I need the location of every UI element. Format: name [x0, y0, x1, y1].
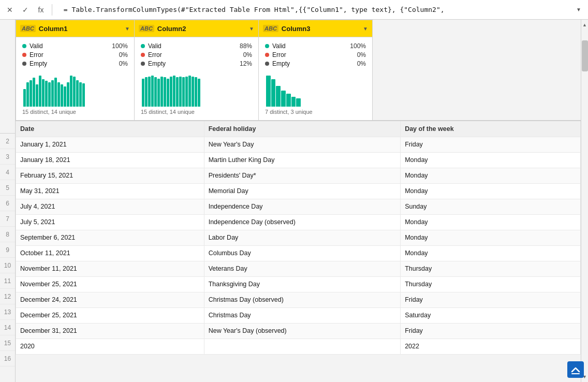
bar: [188, 76, 191, 107]
fx-button[interactable]: fx: [34, 3, 48, 17]
commit-button[interactable]: ✓: [19, 3, 32, 17]
col3-header-name: Column3: [282, 25, 360, 33]
col1-header-name: Column1: [39, 25, 122, 33]
scrollbar: ▲ ▼: [581, 20, 588, 382]
table-row[interactable]: December 24, 2021Christmas Day (observed…: [16, 292, 581, 307]
cell-row14-col2: Christmas Day: [204, 307, 400, 323]
col1-type-icon: ABC: [20, 25, 36, 32]
col1-dropdown-icon[interactable]: ▼: [125, 26, 130, 32]
col2-valid-stat: Valid 88%: [141, 42, 252, 50]
bar: [42, 79, 45, 107]
bar: [176, 77, 179, 107]
expand-formula-button[interactable]: ▼: [572, 4, 585, 16]
col2-error-dot: [141, 53, 145, 57]
cell-row6-col1: May 31, 2021: [16, 183, 204, 199]
col3-footer: 7 distinct, 3 unique: [265, 109, 366, 115]
col3-valid-pct: 100%: [347, 42, 366, 50]
cell-row12-col2: Thanksgiving Day: [204, 276, 400, 292]
table-row[interactable]: November 25, 2021Thanksgiving DayThursda…: [16, 276, 581, 292]
table-row[interactable]: May 31, 2021Memorial DayMonday: [16, 183, 581, 199]
scroll-track: [581, 30, 589, 372]
cell-row6-col3: Monday: [401, 183, 581, 199]
cell-row10-col2: Columbus Day: [204, 245, 400, 261]
bar: [51, 80, 54, 107]
cell-row2-col1: Date: [16, 121, 204, 137]
col1-empty-label: Empty: [30, 60, 106, 67]
bar: [36, 84, 38, 107]
table-row[interactable]: September 6, 2021Labor DayMonday: [16, 230, 581, 245]
bar: [198, 79, 200, 107]
bar: [160, 77, 163, 107]
row-num-12: 12: [0, 289, 15, 304]
cell-row16-col1: 2020: [16, 339, 204, 354]
col3-dropdown-icon[interactable]: ▼: [363, 26, 368, 32]
column-header-1[interactable]: ABC Column1 ▼: [16, 20, 135, 37]
bar: [33, 78, 35, 107]
col3-error-pct: 0%: [347, 51, 366, 58]
col3-mini-chart: [265, 71, 366, 107]
bar: [57, 82, 60, 107]
table-row[interactable]: July 5, 2021Independence Day (observed)M…: [16, 214, 581, 230]
cell-row16-col3: 2022: [401, 339, 581, 354]
col2-type-icon: ABC: [139, 25, 154, 32]
bar: [167, 79, 169, 107]
table-row[interactable]: February 15, 2021Presidents' Day*Monday: [16, 168, 581, 183]
cancel-button[interactable]: ✕: [3, 3, 17, 17]
bar: [195, 77, 197, 107]
bar: [73, 77, 76, 107]
row-num-8: 8: [0, 227, 15, 242]
bar: [30, 80, 32, 107]
bar: [296, 98, 301, 107]
col1-empty-stat: Empty 0%: [22, 60, 128, 67]
column-header-2[interactable]: ABC Column2 ▼: [135, 20, 259, 37]
bar: [142, 79, 144, 107]
col3-error-dot: [265, 53, 269, 57]
bar: [26, 82, 29, 107]
bar: [39, 76, 41, 107]
chevron-up-icon: ▲: [582, 22, 587, 27]
table-row[interactable]: December 31, 2021New Year's Day (observe…: [16, 323, 581, 339]
cell-row2-col2: Federal holiday: [204, 121, 400, 137]
col3-empty-pct: 0%: [347, 60, 366, 67]
cell-row11-col3: Thursday: [401, 261, 581, 276]
cell-row15-col3: Friday: [401, 323, 581, 339]
col2-dropdown-icon[interactable]: ▼: [249, 26, 254, 32]
cell-row4-col2: Martin Luther King Day: [204, 152, 400, 168]
table-row[interactable]: 20202022: [16, 339, 581, 354]
cell-row9-col1: September 6, 2021: [16, 230, 204, 245]
scroll-up-button[interactable]: ▲: [581, 20, 589, 30]
col3-valid-stat: Valid 100%: [265, 42, 366, 50]
scroll-thumb[interactable]: [582, 40, 588, 71]
table-row[interactable]: January 1, 2021New Year's DayFriday: [16, 137, 581, 152]
bar: [145, 77, 148, 107]
cell-row15-col1: December 31, 2021: [16, 323, 204, 339]
row-num-3: 3: [0, 149, 15, 165]
table-row[interactable]: October 11, 2021Columbus DayMonday: [16, 245, 581, 261]
bar: [179, 77, 182, 107]
column-header-3[interactable]: ABC Column3 ▼: [259, 20, 373, 37]
col3-error-stat: Error 0%: [265, 51, 366, 58]
table-row[interactable]: July 4, 2021Independence DaySunday: [16, 199, 581, 214]
table-row[interactable]: January 18, 2021Martin Luther King DayMo…: [16, 152, 581, 168]
cell-row4-col1: January 18, 2021: [16, 152, 204, 168]
fx-icon: fx: [38, 6, 44, 14]
row-num-14: 14: [0, 320, 15, 335]
bar: [79, 82, 82, 107]
table-row[interactable]: December 25, 2021Christmas DaySaturday: [16, 307, 581, 323]
col1-valid-dot: [22, 44, 26, 48]
formula-input[interactable]: [56, 6, 570, 13]
cell-row12-col1: November 25, 2021: [16, 276, 204, 292]
cell-row7-col3: Sunday: [401, 199, 581, 214]
bar: [67, 82, 69, 107]
table-row[interactable]: November 11, 2021Veterans DayThursday: [16, 261, 581, 276]
col2-mini-chart: [141, 71, 252, 107]
table-row[interactable]: DateFederal holidayDay of the week: [16, 121, 581, 137]
bar: [70, 76, 72, 107]
main-area: 2 3 4 5 6 7 8 9 10 11 12 13 14 15 16 ABC…: [0, 20, 588, 382]
cell-row3-col1: January 1, 2021: [16, 137, 204, 152]
bar: [173, 76, 175, 107]
col3-type-icon: ABC: [263, 25, 278, 32]
row-num-7: 7: [0, 211, 15, 227]
row-num-2: 2: [0, 134, 15, 149]
col3-empty-dot: [265, 62, 269, 66]
